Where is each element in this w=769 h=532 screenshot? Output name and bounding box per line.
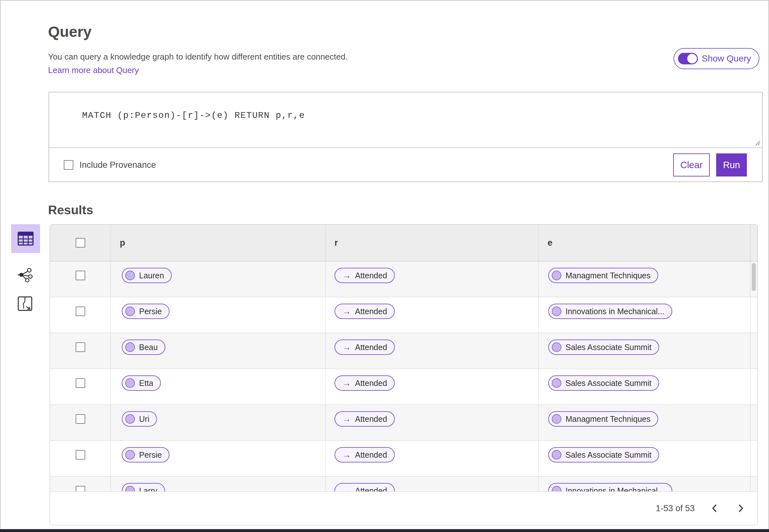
row-checkbox[interactable] xyxy=(76,271,85,280)
cell-p: Beau xyxy=(111,333,325,369)
relation-arrow-icon: → xyxy=(339,415,351,423)
pill-label: Attended xyxy=(355,343,387,352)
clear-button[interactable]: Clear xyxy=(673,153,710,176)
row-checkbox[interactable] xyxy=(76,486,85,492)
row-checkbox-cell xyxy=(50,405,111,440)
row-checkbox[interactable] xyxy=(76,450,85,460)
select-all-checkbox[interactable] xyxy=(76,238,85,248)
cell-e: Sales Associate Summit xyxy=(539,333,757,369)
cell-r: →Attended xyxy=(325,477,539,492)
entity-pill[interactable]: Persie xyxy=(122,447,169,462)
cell-e: Managment Techniques xyxy=(539,405,757,440)
table-row: Uri→AttendedManagment Techniques xyxy=(50,405,757,441)
next-page-button[interactable] xyxy=(734,502,747,515)
relation-arrow-icon: → xyxy=(339,451,351,459)
cell-e: Innovations in Mechanical... xyxy=(539,297,757,333)
table-scrollbar[interactable] xyxy=(750,225,757,491)
pill-label: Attended xyxy=(355,379,387,388)
relation-pill[interactable]: →Attended xyxy=(334,340,395,355)
map-view-icon xyxy=(18,296,32,311)
entity-pill[interactable]: Managment Techniques xyxy=(548,411,658,427)
toggle-switch[interactable] xyxy=(678,53,698,64)
entity-node-icon xyxy=(552,307,561,316)
entity-pill[interactable]: Innovations in Mechanical... xyxy=(548,304,672,319)
pill-label: Attended xyxy=(355,307,387,316)
relation-pill[interactable]: →Attended xyxy=(334,268,395,283)
show-query-toggle[interactable]: Show Query xyxy=(674,48,759,69)
include-provenance-checkbox[interactable] xyxy=(64,160,73,170)
pill-label: Attended xyxy=(355,414,387,424)
relation-pill[interactable]: →Attended xyxy=(334,304,395,319)
view-map-button[interactable] xyxy=(15,294,35,313)
row-checkbox-cell xyxy=(50,261,111,297)
row-checkbox[interactable] xyxy=(76,378,85,388)
page-title: Query xyxy=(48,23,92,40)
relation-pill[interactable]: →Attended xyxy=(334,375,395,391)
column-header-p: p xyxy=(111,225,325,261)
entity-node-icon xyxy=(552,342,561,352)
resize-handle-icon[interactable] xyxy=(754,139,761,146)
pill-label: Larry xyxy=(139,486,157,492)
row-checkbox[interactable] xyxy=(76,307,85,316)
pill-label: Lauren xyxy=(139,271,164,280)
relation-pill[interactable]: →Attended xyxy=(334,483,395,492)
header-checkbox-cell xyxy=(50,225,111,261)
entity-pill[interactable]: Lauren xyxy=(122,268,172,283)
toggle-knob xyxy=(687,54,697,63)
entity-pill[interactable]: Managment Techniques xyxy=(548,268,658,283)
row-checkbox[interactable] xyxy=(76,414,85,424)
table-footer: 1-53 of 53 xyxy=(50,491,757,525)
table-row: Persie→AttendedSales Associate Summit xyxy=(50,441,757,477)
cell-p: Lauren xyxy=(111,261,325,297)
view-table-button[interactable] xyxy=(11,224,40,253)
cell-e: Sales Associate Summit xyxy=(539,369,757,405)
entity-node-icon xyxy=(552,271,561,280)
entity-node-icon xyxy=(125,450,135,460)
entity-pill[interactable]: Uri xyxy=(122,411,157,427)
table-view-icon xyxy=(18,232,34,246)
relation-pill[interactable]: →Attended xyxy=(334,411,395,427)
row-checkbox[interactable] xyxy=(76,342,85,352)
entity-pill[interactable]: Innovations in Mechanical... xyxy=(548,483,672,492)
pill-label: Attended xyxy=(355,486,387,492)
relation-arrow-icon: → xyxy=(339,379,351,388)
table-row: Beau→AttendedSales Associate Summit xyxy=(50,333,757,369)
entity-node-icon xyxy=(125,342,135,352)
entity-pill[interactable]: Etta xyxy=(122,375,161,391)
pill-label: Innovations in Mechanical... xyxy=(566,486,665,492)
pill-label: Etta xyxy=(139,379,153,388)
entity-node-icon xyxy=(552,414,561,424)
entity-pill[interactable]: Sales Associate Summit xyxy=(548,340,659,355)
graph-view-icon xyxy=(17,266,33,283)
entity-pill[interactable]: Persie xyxy=(122,304,169,319)
show-query-label: Show Query xyxy=(702,53,751,64)
entity-pill[interactable]: Sales Associate Summit xyxy=(548,375,659,391)
relation-arrow-icon: → xyxy=(339,343,351,352)
run-button[interactable]: Run xyxy=(716,153,747,176)
entity-node-icon xyxy=(125,307,135,316)
relation-arrow-icon: → xyxy=(339,487,351,492)
entity-pill[interactable]: Larry xyxy=(122,483,165,492)
view-graph-button[interactable] xyxy=(15,265,35,284)
prev-page-button[interactable] xyxy=(708,502,721,515)
relation-arrow-icon: → xyxy=(339,271,351,280)
entity-pill[interactable]: Sales Associate Summit xyxy=(548,447,659,462)
results-table: p r e Lauren→AttendedManagment Technique… xyxy=(50,224,758,525)
window-bottom-edge xyxy=(0,529,769,532)
cell-r: →Attended xyxy=(325,369,539,405)
relation-pill[interactable]: →Attended xyxy=(334,447,395,462)
cell-r: →Attended xyxy=(325,261,539,297)
row-checkbox-cell xyxy=(50,297,111,333)
learn-more-link[interactable]: Learn more about Query xyxy=(48,65,139,75)
cell-p: Persie xyxy=(111,441,325,476)
cell-p: Persie xyxy=(111,297,325,333)
pill-label: Managment Techniques xyxy=(566,414,650,424)
query-textarea[interactable]: MATCH (p:Person)-[r]->(e) RETURN p,r,e xyxy=(49,92,762,148)
entity-pill[interactable]: Beau xyxy=(122,340,165,355)
scrollbar-thumb[interactable] xyxy=(752,263,756,291)
pill-label: Sales Associate Summit xyxy=(566,450,651,460)
pill-label: Sales Associate Summit xyxy=(566,343,651,352)
entity-node-icon xyxy=(125,378,135,388)
query-panel-footer: Include Provenance Clear Run xyxy=(49,148,762,182)
cell-e: Innovations in Mechanical... xyxy=(539,477,757,492)
